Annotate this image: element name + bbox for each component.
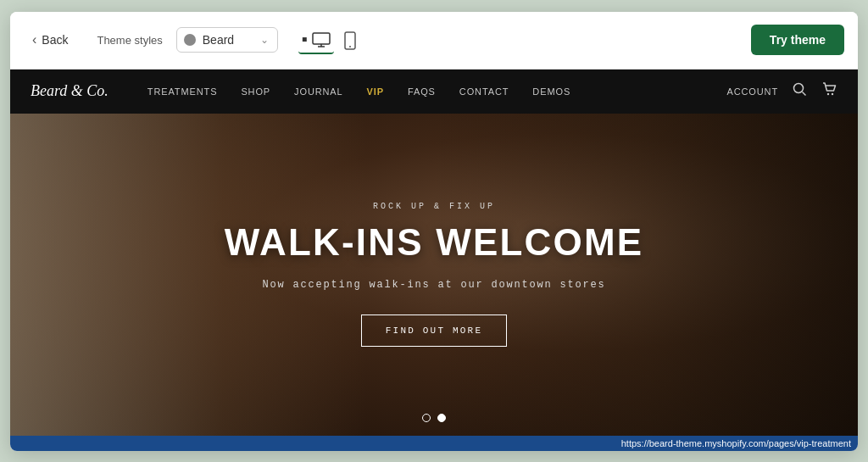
account-link[interactable]: Account xyxy=(726,86,778,97)
status-url: https://beard-theme.myshopify.com/pages/… xyxy=(621,438,851,448)
nav-link-treatments[interactable]: TREATMENTS xyxy=(136,70,230,114)
hero-content: ROCK UP & FIX UP WALK-INS WELCOME Now ac… xyxy=(208,202,661,347)
browser-window: ‹ Back Theme styles Beard ⌄ ▪ xyxy=(10,12,858,451)
nav-link-shop[interactable]: SHOP xyxy=(229,70,282,114)
search-icon[interactable] xyxy=(792,81,807,101)
svg-point-5 xyxy=(794,84,804,93)
svg-point-4 xyxy=(349,46,351,47)
nav-link-vip[interactable]: VIP xyxy=(355,70,396,114)
back-label: Back xyxy=(42,33,68,47)
mobile-icon[interactable] xyxy=(341,26,359,53)
theme-color-dot xyxy=(184,34,196,46)
hero-dot-2[interactable] xyxy=(437,414,446,422)
hero-dot-1[interactable] xyxy=(422,414,431,422)
theme-styles-label: Theme styles xyxy=(97,34,162,47)
hero-cta-button[interactable]: FIND OUT MORE xyxy=(361,314,507,347)
nav-link-contact[interactable]: CONTACT xyxy=(448,70,521,114)
hero-subtitle: ROCK UP & FIX UP xyxy=(225,202,644,211)
back-button[interactable]: ‹ Back xyxy=(24,27,76,53)
chevron-down-icon: ⌄ xyxy=(260,34,269,46)
hero-description: Now accepting walk-ins at our downtown s… xyxy=(225,279,644,291)
desktop-icon[interactable]: ▪ xyxy=(298,26,335,54)
svg-point-8 xyxy=(832,93,833,95)
store-logo: Beard & Co. xyxy=(31,82,108,100)
try-theme-button[interactable]: Try theme xyxy=(751,25,844,55)
svg-point-7 xyxy=(827,93,829,95)
cart-icon[interactable] xyxy=(821,81,837,102)
svg-rect-0 xyxy=(313,33,330,44)
nav-link-journal[interactable]: JOURNAL xyxy=(282,70,355,114)
device-icons: ▪ xyxy=(298,26,360,54)
nav-link-faqs[interactable]: FAQs xyxy=(396,70,448,114)
status-bar: https://beard-theme.myshopify.com/pages/… xyxy=(10,436,858,451)
hero-section: ROCK UP & FIX UP WALK-INS WELCOME Now ac… xyxy=(10,114,858,436)
store-nav: Beard & Co. TREATMENTS SHOP JOURNAL VIP … xyxy=(10,70,858,114)
nav-links: TREATMENTS SHOP JOURNAL VIP FAQs CONTACT… xyxy=(136,70,727,114)
theme-name: Beard xyxy=(203,33,253,47)
back-chevron-icon: ‹ xyxy=(32,32,36,47)
hero-dots xyxy=(422,414,446,422)
top-bar: ‹ Back Theme styles Beard ⌄ ▪ xyxy=(10,12,858,70)
nav-right: Account xyxy=(726,81,837,102)
theme-dropdown[interactable]: Beard ⌄ xyxy=(176,27,278,53)
nav-link-demos[interactable]: DEMOS xyxy=(520,70,582,114)
hero-title: WALK-INS WELCOME xyxy=(225,221,644,264)
svg-line-6 xyxy=(803,92,806,96)
